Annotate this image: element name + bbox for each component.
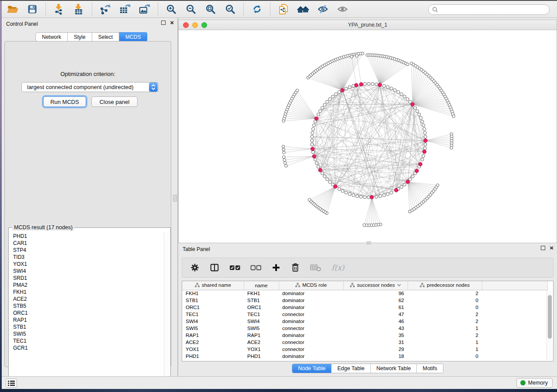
- toolbar-separator: [158, 3, 158, 16]
- select-all-button[interactable]: [229, 264, 241, 272]
- tab-style[interactable]: Style: [68, 32, 92, 41]
- table-cell: 2: [408, 332, 482, 339]
- table-settings-button[interactable]: [190, 263, 200, 272]
- float-panel-button[interactable]: [161, 21, 166, 25]
- close-panel-button-mcds[interactable]: Close panel: [91, 96, 138, 107]
- mcds-result-item[interactable]: CAR1: [10, 240, 163, 247]
- mcds-result-item[interactable]: TID3: [10, 254, 163, 261]
- memory-button[interactable]: Memory: [516, 378, 553, 388]
- tab-node-table[interactable]: Node Table: [292, 364, 331, 373]
- run-mcds-button[interactable]: Run MCDS: [43, 96, 86, 107]
- mcds-result-item[interactable]: STB1: [10, 323, 163, 330]
- export-network-button[interactable]: [99, 3, 112, 15]
- control-panel-tabs: Network Style Select MCDS: [35, 32, 147, 41]
- table-row[interactable]: YOX1YOX1connector291: [182, 346, 547, 353]
- table-row[interactable]: PHD1PHD1dominator180: [182, 353, 547, 360]
- table-panel-titlebar: Table Panel ×: [178, 243, 557, 255]
- memory-label: Memory: [528, 380, 548, 386]
- table-row[interactable]: STB1STB1dominator620: [182, 297, 547, 304]
- table-tabs: Node Table Edge Table Network Table Moti…: [178, 364, 557, 373]
- refresh-button[interactable]: [250, 3, 263, 15]
- close-table-panel-button[interactable]: ×: [550, 246, 554, 250]
- tab-select[interactable]: Select: [92, 32, 119, 41]
- tab-motifs[interactable]: Motifs: [416, 364, 443, 373]
- criterion-select[interactable]: largest connected component (undirected): [21, 82, 159, 92]
- mcds-result-item[interactable]: STP4: [10, 247, 163, 254]
- mcds-result-item[interactable]: SRD1: [10, 275, 163, 282]
- export-network-icon: [99, 3, 111, 15]
- vertical-splitter-grip[interactable]: [173, 195, 177, 202]
- table-row[interactable]: FKH1FKH1dominator962: [182, 290, 547, 297]
- table-row[interactable]: ORC1ORC1dominator610: [182, 304, 547, 311]
- mcds-result-item[interactable]: ORC1: [10, 309, 163, 316]
- delete-table-button[interactable]: [310, 263, 322, 272]
- zoom-fit-button[interactable]: [204, 3, 217, 15]
- show-all-panels-button[interactable]: [297, 3, 310, 15]
- mcds-result-item[interactable]: SWI5: [10, 330, 163, 337]
- column-header-mcds-role[interactable]: MCDS role: [279, 281, 343, 290]
- table-cell: 46: [343, 318, 408, 325]
- export-table-button[interactable]: [118, 3, 131, 15]
- table-scrollbar[interactable]: [547, 291, 552, 360]
- add-column-button[interactable]: [271, 263, 281, 272]
- toolbar-separator: [45, 3, 46, 16]
- export-image-button[interactable]: [138, 3, 151, 15]
- column-header-shared-name[interactable]: shared name: [182, 281, 244, 290]
- memory-status-icon: [520, 380, 526, 385]
- column-header-predecessor-nodes[interactable]: predecessor nodes: [408, 281, 482, 290]
- horizontal-splitter-grip[interactable]: [367, 241, 371, 244]
- network-window-titlebar[interactable]: YPA_prune.txt_1: [179, 20, 557, 30]
- mcds-result-item[interactable]: SWI4: [10, 268, 163, 275]
- search-input[interactable]: [440, 5, 549, 14]
- network-canvas[interactable]: [179, 30, 557, 243]
- close-panel-button[interactable]: ×: [170, 21, 174, 25]
- mcds-result-item[interactable]: PMA2: [10, 282, 163, 289]
- window-minimize-button[interactable]: [192, 22, 198, 28]
- mcds-list-scrollbar[interactable]: [164, 232, 169, 386]
- save-session-button[interactable]: [26, 3, 39, 15]
- import-table-button[interactable]: [72, 3, 85, 15]
- zoom-in-button[interactable]: [165, 3, 178, 15]
- tab-edge-table[interactable]: Edge Table: [331, 364, 370, 373]
- column-header-successor-nodes[interactable]: successor nodes: [343, 281, 408, 290]
- open-folder-icon: [7, 4, 18, 14]
- mcds-result-item[interactable]: STB5: [10, 303, 163, 309]
- tab-mcds[interactable]: MCDS: [119, 32, 147, 41]
- column-header-name[interactable]: name: [244, 281, 279, 290]
- float-table-panel-button[interactable]: [541, 246, 545, 250]
- table-row[interactable]: SWI5SWI5connector431: [182, 325, 547, 332]
- zoom-out-button[interactable]: [184, 3, 197, 15]
- table-cell: SWI5: [182, 325, 244, 332]
- mcds-result-item[interactable]: TEC1: [10, 337, 163, 344]
- search-field[interactable]: [428, 4, 550, 15]
- unselect-all-button[interactable]: [250, 264, 262, 272]
- import-network-button[interactable]: [52, 3, 66, 15]
- table-cell: 1: [408, 325, 482, 332]
- open-file-button[interactable]: [6, 3, 19, 15]
- mcds-result-item[interactable]: ACE2: [10, 296, 163, 303]
- delete-column-button[interactable]: [291, 262, 300, 273]
- mcds-result-item[interactable]: RAP1: [10, 316, 163, 323]
- clone-network-button[interactable]: [277, 3, 290, 15]
- mcds-result-item[interactable]: YOX1: [10, 261, 163, 268]
- tab-network[interactable]: Network: [35, 32, 68, 41]
- show-columns-button[interactable]: [209, 263, 220, 272]
- tab-network-table[interactable]: Network Table: [370, 364, 417, 373]
- mcds-result-item[interactable]: FKH1: [10, 289, 163, 296]
- mcds-result-item[interactable]: PHD1: [10, 233, 163, 240]
- table-row[interactable]: TEC1TEC1connector472: [182, 311, 547, 318]
- window-maximize-button[interactable]: [201, 22, 207, 28]
- table-scrollbar-thumb[interactable]: [548, 295, 552, 339]
- task-history-button[interactable]: [6, 378, 17, 388]
- window-close-button[interactable]: [183, 22, 189, 28]
- hide-panels-button[interactable]: [316, 3, 329, 15]
- table-row[interactable]: SWI4SWI4dominator462: [182, 318, 547, 325]
- table-row[interactable]: ACE2ACE2connector311: [182, 339, 547, 346]
- mcds-result-item[interactable]: GCR1: [10, 344, 163, 351]
- birdseye-button[interactable]: [336, 3, 349, 15]
- table-row[interactable]: RAP1RAP1dominator352: [182, 332, 547, 339]
- select-stepper-icon: [149, 83, 158, 92]
- table-cell: 29: [343, 346, 408, 353]
- zoom-selected-button[interactable]: [224, 3, 237, 15]
- function-builder-button[interactable]: f(x): [332, 263, 344, 272]
